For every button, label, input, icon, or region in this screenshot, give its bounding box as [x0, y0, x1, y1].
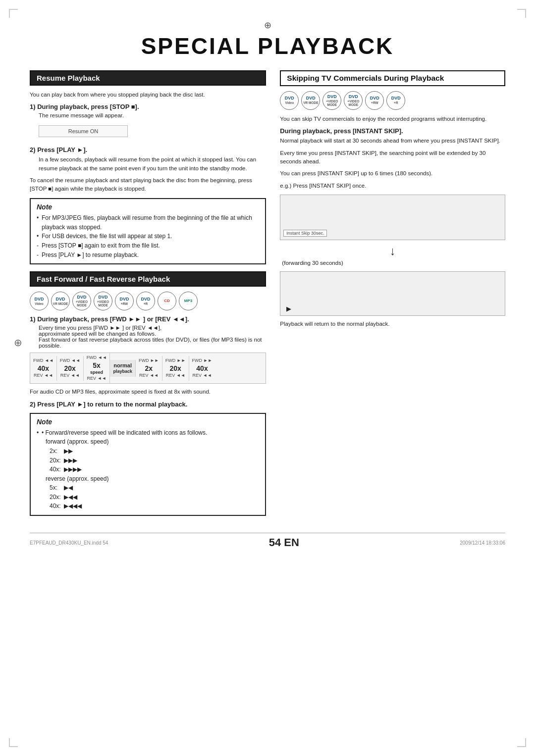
ff-step1-detail3: Fast forward or fast reverse playback ac… — [39, 337, 266, 349]
ff-step1-detail1: Every time you press [FWD ►► ] or [REV ◄… — [39, 325, 266, 331]
badge-dvd-video3: DVD +VIDEO MODE — [94, 292, 112, 310]
step2-detail: In a few seconds, playback will resume f… — [39, 155, 266, 173]
skip-detail1: Normal playback will start at 30 seconds… — [280, 137, 505, 145]
speed-icon-fwd4: FWD ►► — [139, 358, 159, 364]
note2-item-4: 20x: ▶▶▶ — [45, 456, 259, 465]
step2-heading: 2) Press [PLAY ►]. — [30, 146, 266, 153]
speed-value-40x-fwd: 40x — [196, 364, 208, 373]
speed-icon-rev5: REV ◄◄ — [166, 373, 185, 379]
badge-cd: CD — [158, 292, 176, 310]
skip-detail3: You can press [INSTANT SKIP] up to 6 tim… — [280, 169, 505, 178]
note-title-1: Note — [37, 203, 259, 211]
corner-mark-br — [517, 738, 526, 747]
corner-mark-tl — [9, 9, 18, 18]
left-compass-mark: ⊕ — [14, 337, 22, 349]
cancel-text: To cancel the resume playback and start … — [30, 176, 266, 194]
skip-badge-dvd1: DVD Video — [280, 91, 299, 110]
step1-detail: The resume message will appear. — [39, 112, 266, 118]
speed-cell-5x: FWD ◄◄ 5x speed REV ◄◄ — [84, 353, 110, 383]
skip-detail2: Every time you press [INSTANT SKIP], the… — [280, 149, 505, 166]
note2-item-3: 2x: ▶▶ — [45, 447, 259, 456]
speed-icon-rev3: REV ◄◄ — [87, 376, 107, 382]
note2-item-6: reverse (approx. speed) — [41, 474, 259, 484]
note-box-1: Note For MP3/JPEG files, playback will r… — [30, 198, 266, 264]
corner-mark-bl — [9, 738, 18, 747]
skip-intro: You can skip TV commercials to enjoy the… — [280, 115, 505, 123]
page-footer: E7PFEAUD_DR430KU_EN.indd 54 54 EN 2009/1… — [30, 533, 505, 549]
note2-item-9: 40x: ▶◀◀◀ — [45, 502, 259, 511]
speed-value-20x-rev: 20x — [64, 364, 76, 373]
footer-date: 2009/12/14 18:33:06 — [460, 540, 505, 546]
ff-section-header: Fast Forward / Fast Reverse Playback — [30, 271, 266, 287]
note2-item-5: 40x: ▶▶▶▶ — [45, 465, 259, 474]
page-title: SPECIAL PLAYBACK — [30, 33, 505, 59]
note-item-2: For USB devices, the file list will appe… — [37, 232, 259, 241]
play-arrow-icon: ▶ — [286, 305, 291, 312]
skip-badge-dvd6: DVD +R — [386, 91, 405, 110]
note-item-1: For MP3/JPEG files, playback will resume… — [37, 213, 259, 232]
note2-item-7: 5x: ▶◀ — [45, 483, 259, 493]
badge-dvd-vr: DVD VR MODE — [51, 292, 70, 310]
speed-icon-fwd3: FWD ◄◄ — [87, 355, 107, 361]
resume-box: Resume ON — [39, 125, 128, 137]
skip-badge-dvd2: DVD VR MODE — [301, 91, 320, 110]
speed-word-playback: playback — [113, 369, 132, 375]
skip-step-heading: During playback, press [INSTANT SKIP]. — [280, 127, 505, 135]
skip-badge-dvd5: DVD +RW — [365, 91, 384, 110]
eg-text: e.g.) Press [INSTANT SKIP] once. — [280, 182, 505, 190]
note2-item-1: • Forward/reverse speed will be indicate… — [37, 428, 259, 438]
speed-value-normal: normal — [113, 362, 132, 369]
speed-value-20x-fwd: 20x — [170, 364, 181, 373]
skip-dvd-badges: DVD Video DVD VR MODE DVD +VIDEO MODE DV… — [280, 91, 505, 110]
badge-dvd-rw: DVD +RW — [115, 292, 134, 310]
speed-cell-2x: FWD ►► 2x REV ◄◄ — [136, 356, 162, 381]
note-box-2: Note • Forward/reverse speed will be ind… — [30, 413, 266, 516]
speed-cell-20x-fwd: FWD ►► 20x REV ◄◄ — [162, 356, 189, 381]
speed-cell-20x-rev: FWD ◄◄ 20x REV ◄◄ — [57, 356, 84, 381]
speed-icon-rev: REV ◄◄ — [34, 373, 53, 379]
footer-file: E7PFEAUD_DR430KU_EN.indd 54 — [30, 540, 108, 546]
speed-icon-fwd: FWD ◄◄ — [33, 358, 54, 364]
speed-cell-40x-fwd: FWD ►► 40x REV ◄◄ — [189, 356, 215, 381]
speed-value-2x: 2x — [145, 364, 153, 373]
note-list-2: • Forward/reverse speed will be indicate… — [37, 428, 259, 511]
badge-dvd-video: DVD Video — [30, 292, 49, 310]
speed-icon-fwd6: FWD ►► — [192, 358, 213, 364]
ff-audio-note: For audio CD or MP3 files, approximate s… — [30, 388, 266, 396]
speed-word-speed: speed — [90, 370, 103, 376]
skip-section-header: Skipping TV Commercials During Playback — [280, 70, 505, 86]
note-list-1: For MP3/JPEG files, playback will resume… — [37, 213, 259, 259]
corner-mark-tr — [517, 9, 526, 18]
forwarding-text: (forwarding 30 seconds) — [282, 259, 505, 267]
right-column: Skipping TV Commercials During Playback … — [280, 70, 505, 521]
speed-cell-normal: normal playback — [110, 360, 136, 377]
skip-badge-dvd3: DVD +VIDEO MODE — [322, 91, 341, 110]
arrow-down-1: ↓ — [280, 244, 505, 258]
ff-step1-heading: 1) During playback, press [FWD ►► ] or [… — [30, 315, 266, 323]
speed-value-40x-rev: 40x — [38, 364, 49, 373]
ff-step2-heading: 2) Press [PLAY ►] to return to the norma… — [30, 401, 266, 408]
speed-value-5x: 5x — [93, 361, 101, 370]
screen1-label: Instant Skip 30sec. — [283, 230, 327, 237]
note2-item-2: forward (approx. speed) — [41, 437, 259, 447]
speed-icon-rev4: REV ◄◄ — [139, 373, 159, 379]
skip-badge-dvd4: DVD +VIDEO MODE — [344, 91, 363, 110]
speed-icon-fwd5: FWD ►► — [165, 358, 186, 364]
speed-table: FWD ◄◄ 40x REV ◄◄ FWD ◄◄ 20x REV ◄◄ FWD … — [30, 353, 266, 384]
left-column: Resume Playback You can play back from w… — [30, 70, 266, 521]
screen-box-2: ▶ — [280, 271, 505, 316]
playback-return: Playback will return to the normal playb… — [280, 320, 505, 328]
ff-dvd-badges: DVD Video DVD VR MODE DVD +VIDEO MODE DV… — [30, 292, 266, 310]
note-title-2: Note — [37, 418, 259, 426]
note-item-3: Press [STOP ■] again to exit from the fi… — [37, 241, 259, 251]
note2-item-8: 20x: ▶◀◀ — [45, 493, 259, 502]
note-item-4: Press [PLAY ►] to resume playback. — [37, 251, 259, 260]
page-number: 54 EN — [269, 536, 299, 549]
screen-box-1-inner: Instant Skip 30sec. — [280, 195, 505, 240]
badge-mp3: MP3 — [179, 292, 198, 310]
speed-icon-rev2: REV ◄◄ — [60, 373, 80, 379]
ff-step1-detail2: approximate speed will be changed as fol… — [39, 331, 266, 337]
badge-dvd-video2: DVD +VIDEO MODE — [72, 292, 91, 310]
speed-cell-40x-rev: FWD ◄◄ 40x REV ◄◄ — [30, 356, 57, 381]
screen-box-1: Instant Skip 30sec. — [280, 195, 505, 240]
